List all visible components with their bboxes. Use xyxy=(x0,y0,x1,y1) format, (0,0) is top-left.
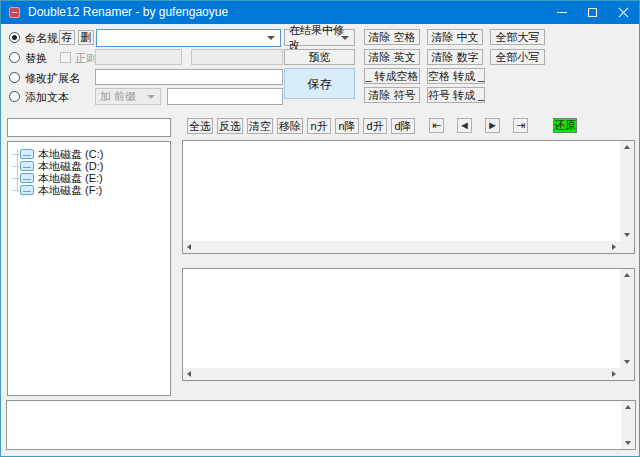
replace-label[interactable]: 替换 xyxy=(25,51,47,66)
regex-checkbox[interactable] xyxy=(60,52,71,63)
extension-input[interactable] xyxy=(95,69,283,85)
clear-symbols-button[interactable]: 清除 符号 xyxy=(364,87,420,103)
tree-branch-line xyxy=(12,190,19,191)
preview-button[interactable]: 预览 xyxy=(284,49,355,65)
scroll-left-icon[interactable] xyxy=(187,371,191,377)
modify-extension-label[interactable]: 修改扩展名 xyxy=(25,71,80,86)
scroll-down-icon[interactable] xyxy=(624,233,630,237)
invert-selection-button[interactable]: 反选 xyxy=(217,118,243,134)
lowercase-all-button[interactable]: 全部小写 xyxy=(490,49,545,65)
scroll-down-icon[interactable] xyxy=(624,360,630,364)
maximize-icon xyxy=(588,8,597,17)
drive-icon xyxy=(20,161,34,171)
tree-branch-line xyxy=(12,166,19,167)
chevron-down-icon xyxy=(341,36,349,40)
uppercase-all-button[interactable]: 全部大写 xyxy=(490,29,545,45)
sort-name-asc-button[interactable]: n升 xyxy=(307,118,331,134)
save-button[interactable]: 保存 xyxy=(284,68,355,99)
titlebar: Double12 Renamer - by gufengaoyue xyxy=(1,1,639,24)
horizontal-scrollbar[interactable] xyxy=(183,241,620,253)
radio-naming-rule[interactable] xyxy=(9,32,20,43)
tree-branch-line xyxy=(12,154,19,155)
drive-icon xyxy=(20,149,34,159)
clear-english-button[interactable]: 清除 英文 xyxy=(364,49,420,65)
move-left-button[interactable]: ◄ xyxy=(457,118,472,133)
scrollbar-corner xyxy=(620,368,634,380)
restore-names-button[interactable]: 还原 xyxy=(553,118,577,133)
sort-date-desc-button[interactable]: d降 xyxy=(391,118,415,134)
radio-modify-extension[interactable] xyxy=(9,72,20,83)
scroll-right-icon[interactable] xyxy=(612,244,616,250)
chevron-down-icon xyxy=(267,36,275,40)
clear-list-button[interactable]: 清空 xyxy=(247,118,273,134)
horizontal-scrollbar[interactable] xyxy=(183,368,620,380)
symbol-to-underscore-button[interactable]: 符号 转成 _ xyxy=(427,87,485,103)
scroll-right-icon[interactable] xyxy=(612,371,616,377)
move-to-end-button[interactable]: ⇥ xyxy=(513,118,528,133)
drive-icon xyxy=(20,185,34,195)
move-right-icon: ► xyxy=(487,120,498,131)
sort-date-asc-button[interactable]: d升 xyxy=(363,118,387,134)
add-text-mode-combobox[interactable]: 加 前缀 xyxy=(95,88,161,105)
sort-name-desc-button[interactable]: n降 xyxy=(335,118,359,134)
clear-chinese-button[interactable]: 清除 中文 xyxy=(427,29,483,45)
clear-digits-button[interactable]: 清除 数字 xyxy=(427,49,483,65)
select-all-button[interactable]: 全选 xyxy=(187,118,213,134)
move-left-icon: ◄ xyxy=(459,120,470,131)
replace-find-input[interactable] xyxy=(95,49,182,65)
vertical-scrollbar[interactable] xyxy=(620,141,634,241)
move-to-end-icon: ⇥ xyxy=(516,120,525,131)
space-to-underscore-button[interactable]: 空格 转成 _ xyxy=(427,68,485,84)
minimize-icon xyxy=(557,12,567,13)
delete-rule-button[interactable]: 删 xyxy=(78,30,94,45)
scrollbar-corner xyxy=(620,241,634,253)
add-text-label[interactable]: 添加文本 xyxy=(25,90,69,105)
vertical-scrollbar[interactable] xyxy=(620,269,634,368)
app-icon[interactable] xyxy=(9,7,20,18)
remove-item-button[interactable]: 移除 xyxy=(277,118,303,134)
target-mode-combobox[interactable]: 在结果中修改 xyxy=(284,29,355,46)
new-names-list[interactable] xyxy=(182,268,635,381)
clear-spaces-button[interactable]: 清除 空格 xyxy=(364,29,420,45)
window-title: Double12 Renamer - by gufengaoyue xyxy=(28,5,228,19)
radio-replace[interactable] xyxy=(9,52,20,63)
tree-branch-line xyxy=(12,178,19,179)
tree-item-drive-f[interactable]: 本地磁盘 (F:) xyxy=(12,184,102,196)
scroll-left-icon[interactable] xyxy=(187,244,191,250)
scroll-up-icon[interactable] xyxy=(624,145,630,149)
save-rule-button[interactable]: 存 xyxy=(59,30,75,45)
drive-tree: 本地磁盘 (C:) 本地磁盘 (D:) 本地磁盘 (E:) 本地磁盘 (F:) xyxy=(7,141,171,396)
vertical-scrollbar[interactable] xyxy=(621,401,635,449)
close-button[interactable] xyxy=(608,1,639,24)
move-right-button[interactable]: ► xyxy=(485,118,500,133)
naming-rule-combobox[interactable] xyxy=(96,29,281,47)
radio-add-text[interactable] xyxy=(9,91,20,102)
regex-label[interactable]: 正则 xyxy=(75,51,97,66)
drive-icon xyxy=(20,173,34,183)
replace-to-input[interactable] xyxy=(191,49,283,65)
original-names-list[interactable] xyxy=(182,140,635,254)
drive-label: 本地磁盘 (F:) xyxy=(38,183,102,198)
chevron-down-icon xyxy=(147,95,155,99)
scroll-up-icon[interactable] xyxy=(625,405,631,409)
close-icon xyxy=(618,7,629,18)
app-window: Double12 Renamer - by gufengaoyue 命名规则 存… xyxy=(0,0,640,457)
underscore-to-space-button[interactable]: _ 转成空格 xyxy=(364,68,420,84)
move-to-start-icon: ⇤ xyxy=(432,120,441,131)
path-filter-input[interactable] xyxy=(7,118,171,137)
scroll-up-icon[interactable] xyxy=(624,273,630,277)
add-text-input[interactable] xyxy=(167,88,283,105)
scroll-down-icon[interactable] xyxy=(625,441,631,445)
log-output-panel[interactable] xyxy=(6,400,636,450)
add-text-mode-value: 加 前缀 xyxy=(100,89,136,104)
maximize-button[interactable] xyxy=(577,1,608,24)
move-to-start-button[interactable]: ⇤ xyxy=(429,118,444,133)
minimize-button[interactable] xyxy=(546,1,577,24)
